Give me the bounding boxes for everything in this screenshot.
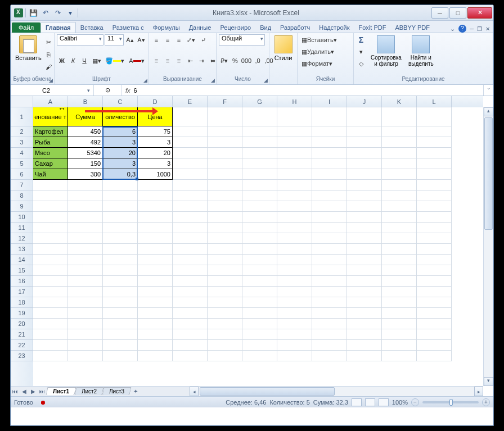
bold-button[interactable]: Ж [57,55,67,66]
sheet-nav-first-button[interactable]: ⏮ [11,388,20,394]
cell-J13[interactable] [347,244,382,255]
cell-B3[interactable]: 492 [68,137,103,148]
fx-icon[interactable]: fx [125,87,130,94]
cell-I3[interactable] [312,137,347,148]
row-header-16[interactable]: 16 [11,276,33,287]
cell-E11[interactable] [173,223,208,233]
cell-D5[interactable]: 3 [138,158,173,169]
cell-C9[interactable] [103,201,138,212]
cut-button[interactable]: ✂ [44,37,54,48]
font-size-combo[interactable]: 11 [105,34,124,46]
cell-H10[interactable] [277,212,312,223]
cell-G17[interactable] [242,287,277,297]
font-color-button[interactable]: A▾ [127,55,146,66]
tab-home[interactable]: Главная [40,22,76,33]
cell-B14[interactable] [68,255,103,265]
cell-D8[interactable] [138,190,173,201]
view-page-layout-button[interactable] [365,398,375,406]
cell-B4[interactable]: 5340 [68,148,103,158]
view-page-break-button[interactable] [379,398,389,406]
doc-minimize-icon[interactable]: ─ [470,26,474,32]
cell-I5[interactable] [312,158,347,169]
align-middle-button[interactable]: ≡ [163,34,173,46]
cell-A6[interactable]: Чай [33,169,68,180]
row-header-7[interactable]: 7 [11,180,33,190]
doc-restore-icon[interactable]: ❐ [477,26,482,32]
column-header-G[interactable]: G [242,96,277,107]
cell-F19[interactable] [208,308,242,319]
column-header-L[interactable]: L [417,96,452,107]
cell-H15[interactable] [277,265,312,276]
cell-F6[interactable] [208,169,242,180]
qat-redo-icon[interactable]: ↷ [53,8,63,18]
cell-B19[interactable] [68,308,103,319]
tab-view[interactable]: Вид [255,22,276,33]
cell-L3[interactable] [417,137,452,148]
zoom-slider-knob[interactable] [449,399,453,406]
cell-A18[interactable] [33,297,68,308]
cell-A17[interactable] [33,287,68,297]
cell-E18[interactable] [173,297,208,308]
cell-H7[interactable] [277,180,312,190]
tab-page-layout[interactable]: Разметка с [108,22,148,33]
scroll-down-button[interactable]: ▾ [484,377,493,386]
cell-F7[interactable] [208,180,242,190]
cell-L22[interactable] [417,340,452,351]
cell-J21[interactable] [347,329,382,340]
row-header-19[interactable]: 19 [11,308,33,319]
cell-D17[interactable] [138,287,173,297]
cell-E19[interactable] [173,308,208,319]
cell-L18[interactable] [417,297,452,308]
cell-A2[interactable]: Картофел [33,126,68,137]
comma-button[interactable]: 000 [241,55,251,66]
cell-J12[interactable] [347,233,382,244]
cell-L6[interactable] [417,169,452,180]
row-header-22[interactable]: 22 [11,340,33,351]
border-button[interactable]: ▦▾ [91,55,102,66]
cell-F5[interactable] [208,158,242,169]
cell-D22[interactable] [138,340,173,351]
cell-A4[interactable]: Мясо [33,148,68,158]
horizontal-scroll-thumb[interactable] [200,387,335,396]
cell-K22[interactable] [382,340,417,351]
align-bottom-button[interactable]: ≡ [174,34,184,46]
column-header-B[interactable]: B [68,96,103,107]
cell-H14[interactable] [277,255,312,265]
cell-F10[interactable] [208,212,242,223]
name-box[interactable]: C2 ▾ [39,85,94,96]
cell-D14[interactable] [138,255,173,265]
scroll-left-button[interactable]: ◂ [190,387,199,396]
cell-E12[interactable] [173,233,208,244]
tab-developer[interactable]: Разработч [276,22,314,33]
cell-C2[interactable]: 6 [103,126,138,137]
cell-J11[interactable] [347,223,382,233]
cell-F9[interactable] [208,201,242,212]
format-painter-button[interactable]: 🖌 [44,61,54,72]
cell-E7[interactable] [173,180,208,190]
minimize-button[interactable]: ─ [431,7,448,19]
cell-K11[interactable] [382,223,417,233]
vertical-scrollbar[interactable]: ▴ ▾ [483,107,493,386]
cell-G13[interactable] [242,244,277,255]
cell-G14[interactable] [242,255,277,265]
cell-J10[interactable] [347,212,382,223]
column-header-F[interactable]: F [208,96,242,107]
minimize-ribbon-icon[interactable]: ⌄ [450,25,455,33]
cell-B22[interactable] [68,340,103,351]
row-header-1[interactable]: 1 [11,107,33,126]
cell-B6[interactable]: 300 [68,169,103,180]
cell-K21[interactable] [382,329,417,340]
cell-F17[interactable] [208,287,242,297]
tab-addins[interactable]: Надстройк [314,22,354,33]
cell-H21[interactable] [277,329,312,340]
cell-J2[interactable] [347,126,382,137]
cell-C14[interactable] [103,255,138,265]
cell-K18[interactable] [382,297,417,308]
doc-close-icon[interactable]: ✕ [485,26,490,32]
cell-E21[interactable] [173,329,208,340]
cell-J5[interactable] [347,158,382,169]
cell-H4[interactable] [277,148,312,158]
cell-C7[interactable] [103,180,138,190]
cell-A22[interactable] [33,340,68,351]
fill-color-button[interactable]: 🪣▾ [104,55,126,66]
